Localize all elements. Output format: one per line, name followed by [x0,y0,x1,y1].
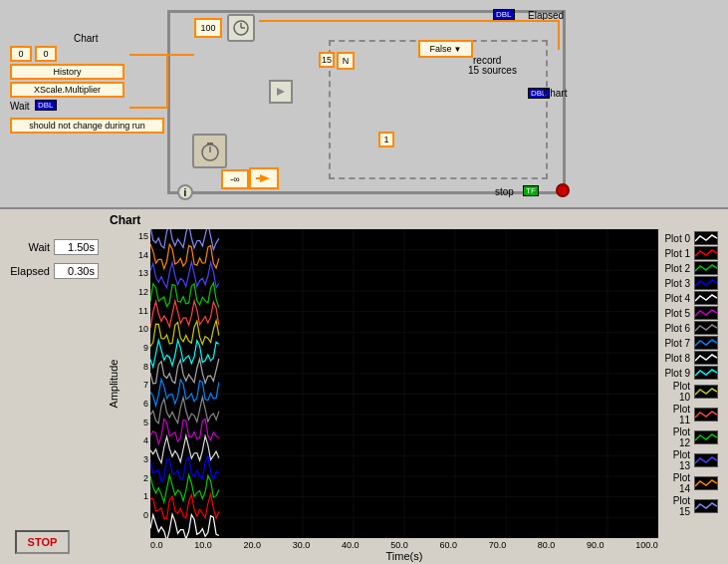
elapsed-control-row: Elapsed 0.30s [5,263,100,279]
plot13-label: Plot 13 [660,449,692,471]
value-box-1[interactable]: 0 [35,46,57,62]
y-7: 7 [143,380,148,390]
y-6: 6 [143,399,148,409]
plot6-label: Plot 6 [660,323,692,334]
stop-red-circle[interactable] [556,183,570,197]
plot13-swatch [694,453,718,467]
legend-plot10[interactable]: Plot 10 [660,381,726,403]
legend-plot9[interactable]: Plot 9 [660,366,726,380]
plot15-swatch [694,499,718,513]
y-3: 3 [143,454,148,464]
elapsed-dbl-badge: DBL [493,9,515,20]
chart-canvas-wrapper: Amplitude 15 14 13 12 11 10 9 8 7 6 5 4 … [105,229,658,538]
false-dropdown[interactable]: False ▼ [418,40,473,58]
legend-plot3[interactable]: Plot 3 [660,276,726,290]
wait-label-bd: Wait [10,101,30,112]
arrow-left-box[interactable] [249,167,279,189]
plot15-label: Plot 15 [660,495,692,517]
right-legend: Plot 0 Plot 1 Plot 2 Plot 3 [658,229,728,564]
legend-plot6[interactable]: Plot 6 [660,321,726,335]
x-40: 40.0 [342,540,360,550]
chart-label: Chart [74,33,98,44]
wire-right [558,20,560,50]
stopwatch-icon [192,134,227,168]
plot4-swatch [694,291,718,305]
amplitude-axis-label: Amplitude [105,229,122,538]
y-axis: 15 14 13 12 11 10 9 8 7 6 5 4 3 2 1 0 [122,229,150,538]
plot8-label: Plot 8 [660,353,692,364]
chart-canvas [150,229,658,538]
x-90: 90.0 [587,540,605,550]
legend-plot5[interactable]: Plot 5 [660,306,726,320]
stop-bd-label: stop [495,186,514,197]
legend-plot8[interactable]: Plot 8 [660,351,726,365]
wire-1 [129,54,194,56]
x-axis-label: Time(s) [150,550,658,564]
compare-icon [269,80,293,104]
legend-plot0[interactable]: Plot 0 [660,231,726,245]
inf-box[interactable]: -∞ [221,169,249,189]
plot5-swatch [694,306,718,320]
chart-plot-area: Amplitude 15 14 13 12 11 10 9 8 7 6 5 4 … [105,229,658,564]
y-5: 5 [143,418,148,427]
wait-label: Wait [5,241,50,253]
plot12-label: Plot 12 [660,426,692,448]
y-13: 13 [138,268,148,278]
plot14-swatch [694,476,718,490]
plot11-swatch [694,408,718,422]
plot14-label: Plot 14 [660,472,692,494]
stop-tf-badge: TF [523,185,539,196]
legend-plot15[interactable]: Plot 15 [660,495,726,517]
stop-button[interactable]: STOP [15,530,70,554]
sources-label: 15 sources [468,65,517,76]
plot3-label: Plot 3 [660,278,692,289]
x-20: 20.0 [243,540,261,550]
x-10: 10.0 [194,540,212,550]
wire-3 [129,107,167,109]
legend-plot13[interactable]: Plot 13 [660,449,726,471]
legend-plot4[interactable]: Plot 4 [660,291,726,305]
legend-plot11[interactable]: Plot 11 [660,404,726,425]
history-box[interactable]: History [10,64,124,80]
legend-plot14[interactable]: Plot 14 [660,472,726,494]
y-11: 11 [138,306,148,316]
svg-marker-7 [260,174,270,182]
plot10-swatch [694,385,718,399]
plot6-swatch [694,321,718,335]
plot7-label: Plot 7 [660,338,692,349]
plot1-label: Plot 1 [660,248,692,259]
wire-top [259,20,558,22]
info-icon: i [177,184,193,200]
plot11-label: Plot 11 [660,404,692,425]
x-30: 30.0 [293,540,311,550]
legend-plot12[interactable]: Plot 12 [660,426,726,448]
num-100-box[interactable]: 100 [194,18,222,38]
block-diagram: Chart 0 0 History XScale.Multiplier Wait… [0,0,728,209]
legend-plot2[interactable]: Plot 2 [660,261,726,275]
legend-plot1[interactable]: Plot 1 [660,246,726,260]
xscale-box[interactable]: XScale.Multiplier [10,82,124,98]
wait-control-row: Wait 1.50s [5,239,100,255]
y-1: 1 [143,491,148,501]
plot4-label: Plot 4 [660,293,692,304]
plot2-swatch [694,261,718,275]
n-box[interactable]: N [337,52,355,70]
plot3-swatch [694,276,718,290]
num-15-box[interactable]: 15 [319,52,335,68]
legend-plot7[interactable]: Plot 7 [660,336,726,350]
plot10-label: Plot 10 [660,381,692,403]
y-0: 0 [143,510,148,520]
y-14: 14 [138,250,148,260]
chart-title: Chart [0,209,728,229]
plot9-swatch [694,366,718,380]
plot5-label: Plot 5 [660,308,692,319]
num-1-box[interactable]: 1 [378,132,394,147]
chart-content: Wait 1.50s Elapsed 0.30s Amplitude 15 14 [0,229,728,564]
value-box-0[interactable]: 0 [10,46,32,62]
y-12: 12 [138,287,148,297]
plot1-swatch [694,246,718,260]
x-80: 80.0 [538,540,556,550]
elapsed-label: Elapsed [5,265,50,277]
y-2: 2 [143,473,148,483]
y-8: 8 [143,362,148,372]
